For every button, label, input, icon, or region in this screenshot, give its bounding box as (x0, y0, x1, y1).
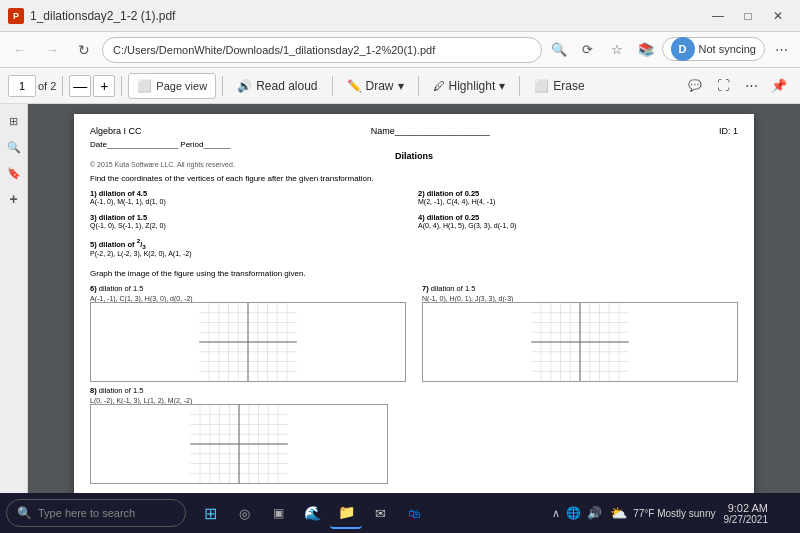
taskbar-app-icons: ⊞ ◎ ▣ 🌊 📁 ✉ 🛍 (194, 497, 430, 529)
clock-time: 9:02 AM (724, 502, 769, 514)
page-number-input[interactable] (8, 75, 36, 97)
problems-grid: 1) dilation of 4.5 A(-1, 0), M(-1, 1), d… (90, 189, 738, 261)
main-area: ⊞ 🔍 🔖 + Algebra I CC Name_______________… (0, 104, 800, 493)
draw-label: Draw (366, 79, 394, 93)
name-label: Name___________________ (371, 126, 490, 136)
toolbar-end-icons: 💬 ⛶ ⋯ 📌 (682, 73, 792, 99)
zoom-in-button[interactable]: + (93, 75, 115, 97)
sidebar-thumbnail-btn[interactable]: ⊞ (3, 110, 25, 132)
more-tools-btn[interactable]: ⋯ (738, 73, 764, 99)
weather-text: 77°F Mostly sunny (633, 508, 715, 519)
highlight-chevron: ▾ (499, 79, 505, 93)
page-view-button[interactable]: ⬜ Page view (128, 73, 216, 99)
read-aloud-label: Read aloud (256, 79, 317, 93)
problem-5: 5) dilation of 2/3 P(-2, 2), L(-2, 3), K… (90, 237, 410, 257)
graph-8-row: 8) dilation of 1.5 L(0, -2), K(-1, 3), L… (90, 386, 738, 484)
window-title: 1_dilationsday2_1-2 (1).pdf (30, 9, 175, 23)
draw-chevron: ▾ (398, 79, 404, 93)
title-left: P 1_dilationsday2_1-2 (1).pdf (8, 8, 175, 24)
browser-toolbar: ← → ↻ 🔍 ⟳ ☆ 📚 D Not syncing ⋯ (0, 32, 800, 68)
taskbar-task-view-btn[interactable]: ▣ (262, 497, 294, 529)
sidebar-add-btn[interactable]: + (3, 188, 25, 210)
pdf-page: Algebra I CC Name___________________ ID:… (74, 114, 754, 493)
toolbar-separator-1 (62, 76, 63, 96)
problem-3: 3) dilation of 1.5 Q(-1, 0), S(-1, 1), Z… (90, 213, 410, 229)
draw-button[interactable]: ✏️ Draw ▾ (339, 73, 412, 99)
taskbar-cortana-btn[interactable]: ◎ (228, 497, 260, 529)
sidebar-search-btn[interactable]: 🔍 (3, 136, 25, 158)
show-desktop-btn[interactable] (776, 497, 794, 529)
graph-7: 7) dilation of 1.5 N(-1, 0), H(0, 1), J(… (422, 284, 738, 382)
pen-icon: ✏️ (347, 79, 362, 93)
toolbar-separator-6 (519, 76, 520, 96)
fullscreen-btn[interactable]: ⛶ (710, 73, 736, 99)
pdf-scroll-area[interactable]: Algebra I CC Name___________________ ID:… (28, 104, 800, 493)
refresh2-icon-btn[interactable]: ⟳ (575, 37, 601, 63)
sidebar: ⊞ 🔍 🔖 + (0, 104, 28, 493)
erase-button[interactable]: ⬜ Erase (526, 73, 592, 99)
toolbar-separator-3 (222, 76, 223, 96)
profile-avatar: D (671, 37, 695, 61)
collection-icon-btn[interactable]: 📚 (633, 37, 659, 63)
graph-problems-top: 6) dilation of 1.5 A(-1, -1), C(1, 3), H… (90, 284, 738, 382)
address-bar[interactable] (102, 37, 542, 63)
volume-icon[interactable]: 🔊 (587, 506, 602, 520)
taskbar-mail-btn[interactable]: ✉ (364, 497, 396, 529)
copyright: © 2015 Kuta Software LLC. All rights res… (90, 161, 738, 168)
zoom-out-button[interactable]: — (69, 75, 91, 97)
taskbar-edge-btn[interactable]: 🌊 (296, 497, 328, 529)
maximize-button[interactable]: □ (734, 6, 762, 26)
minimize-button[interactable]: — (704, 6, 732, 26)
id-label: ID: 1 (719, 126, 738, 136)
star-icon-btn[interactable]: ☆ (604, 37, 630, 63)
search-placeholder: Type here to search (38, 507, 135, 519)
sidebar-bookmark-btn[interactable]: 🔖 (3, 162, 25, 184)
back-button[interactable]: ← (6, 36, 34, 64)
highlight-icon: 🖊 (433, 79, 445, 93)
erase-label: Erase (553, 79, 584, 93)
highlight-button[interactable]: 🖊 Highlight ▾ (425, 73, 514, 99)
read-aloud-button[interactable]: 🔊 Read aloud (229, 73, 325, 99)
toolbar-separator-4 (332, 76, 333, 96)
graph-8: 8) dilation of 1.5 L(0, -2), K(-1, 3), L… (90, 386, 738, 484)
eraser-icon: ⬜ (534, 79, 549, 93)
graph-box-6 (90, 302, 406, 382)
weather-section: ⛅ 77°F Mostly sunny (610, 505, 715, 521)
weather-icon: ⛅ (610, 505, 627, 521)
problem-1: 1) dilation of 4.5 A(-1, 0), M(-1, 1), d… (90, 189, 410, 205)
problem-2: 2) dilation of 0.25 M(2, -1), C(4, 4), H… (418, 189, 738, 205)
settings-icon-btn[interactable]: ⋯ (768, 37, 794, 63)
title-bar: P 1_dilationsday2_1-2 (1).pdf — □ ✕ (0, 0, 800, 32)
close-button[interactable]: ✕ (764, 6, 792, 26)
taskbar-store-btn[interactable]: 🛍 (398, 497, 430, 529)
taskbar-search[interactable]: 🔍 Type here to search (6, 499, 186, 527)
window-controls: — □ ✕ (704, 6, 792, 26)
graph-box-8 (90, 404, 388, 484)
network-icon[interactable]: 🌐 (566, 506, 581, 520)
pin-btn[interactable]: 📌 (766, 73, 792, 99)
worksheet-title: Dilations (90, 151, 738, 161)
sync-button[interactable]: D Not syncing (662, 37, 765, 61)
add-note-btn[interactable]: 💬 (682, 73, 708, 99)
clock-date: 9/27/2021 (724, 514, 769, 525)
sync-label: Not syncing (699, 43, 756, 55)
page-total: of 2 (38, 80, 56, 92)
graph-svg-6 (91, 303, 405, 381)
graph-svg-7 (423, 303, 737, 381)
search-icon-btn[interactable]: 🔍 (546, 37, 572, 63)
forward-button[interactable]: → (38, 36, 66, 64)
taskbar-right: ∧ 🌐 🔊 ⛅ 77°F Mostly sunny 9:02 AM 9/27/2… (552, 497, 794, 529)
page-view-label: Page view (156, 80, 207, 92)
pdf-toolbar: of 2 — + ⬜ Page view 🔊 Read aloud ✏️ Dra… (0, 68, 800, 104)
pdf-header: Algebra I CC Name___________________ ID:… (90, 126, 738, 136)
taskbar-file-explorer-btn[interactable]: 📁 (330, 497, 362, 529)
toolbar-separator-2 (121, 76, 122, 96)
highlight-label: Highlight (449, 79, 496, 93)
instructions-1: Find the coordinates of the vertices of … (90, 174, 738, 183)
taskbar: 🔍 Type here to search ⊞ ◎ ▣ 🌊 📁 ✉ 🛍 ∧ 🌐 … (0, 493, 800, 533)
search-icon: 🔍 (17, 506, 32, 520)
refresh-button[interactable]: ↻ (70, 36, 98, 64)
chevron-icon[interactable]: ∧ (552, 507, 560, 520)
taskbar-windows-btn[interactable]: ⊞ (194, 497, 226, 529)
clock[interactable]: 9:02 AM 9/27/2021 (724, 502, 769, 525)
